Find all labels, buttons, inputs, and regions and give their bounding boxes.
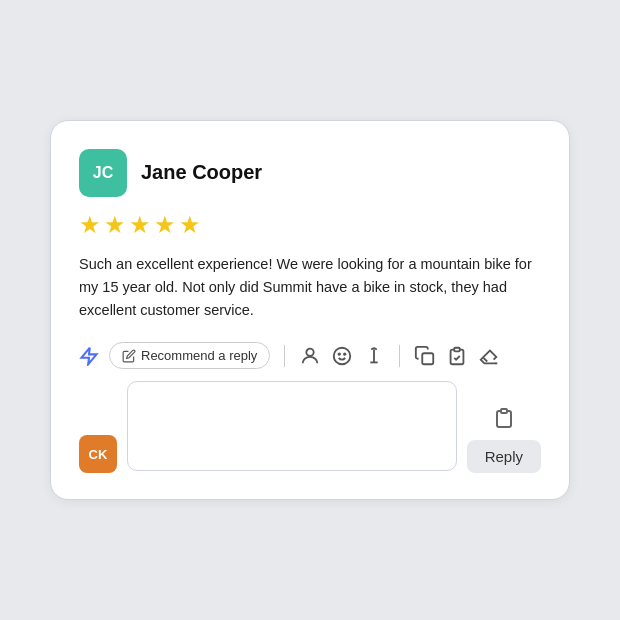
star-3: ★: [129, 211, 151, 239]
eraser-icon[interactable]: [478, 345, 500, 367]
svg-rect-6: [423, 353, 434, 364]
clipboard-check-icon[interactable]: [446, 345, 468, 367]
svg-point-3: [344, 353, 345, 354]
review-text: Such an excellent experience! We were lo…: [79, 253, 541, 323]
reply-input[interactable]: [127, 381, 457, 471]
reply-input-wrapper: [127, 381, 457, 475]
review-card: JC Jane Cooper ★ ★ ★ ★ ★ Such an excelle…: [50, 120, 570, 501]
user-name: Jane Cooper: [141, 161, 262, 184]
toolbar-row: Recommend a reply: [79, 342, 541, 369]
star-5: ★: [179, 211, 201, 239]
person-icon[interactable]: [299, 345, 321, 367]
reply-button[interactable]: Reply: [467, 440, 541, 473]
recommend-reply-label: Recommend a reply: [141, 348, 257, 363]
clipboard-copy-icon[interactable]: [414, 345, 436, 367]
user-avatar: JC: [79, 149, 127, 197]
svg-rect-7: [455, 348, 461, 352]
svg-rect-10: [501, 409, 507, 413]
star-1: ★: [79, 211, 101, 239]
lightning-button[interactable]: [79, 346, 99, 366]
star-4: ★: [154, 211, 176, 239]
star-2: ★: [104, 211, 126, 239]
star-rating: ★ ★ ★ ★ ★: [79, 211, 541, 239]
action-icons: [414, 345, 500, 367]
recommend-reply-button[interactable]: Recommend a reply: [109, 342, 270, 369]
reply-area: CK Reply: [79, 381, 541, 475]
divider-1: [284, 345, 285, 367]
pencil-icon: [122, 349, 136, 363]
pen-icon[interactable]: [363, 345, 385, 367]
emoji-icons: [299, 345, 385, 367]
smiley-icon[interactable]: [331, 345, 353, 367]
reply-user-avatar: CK: [79, 435, 117, 473]
lightning-icon: [79, 346, 99, 366]
svg-point-2: [339, 353, 340, 354]
user-row: JC Jane Cooper: [79, 149, 541, 197]
svg-point-0: [307, 348, 314, 355]
copy-icon[interactable]: [490, 404, 518, 432]
reply-actions: Reply: [467, 404, 541, 475]
svg-line-8: [484, 358, 488, 362]
svg-point-1: [334, 348, 351, 365]
divider-2: [399, 345, 400, 367]
